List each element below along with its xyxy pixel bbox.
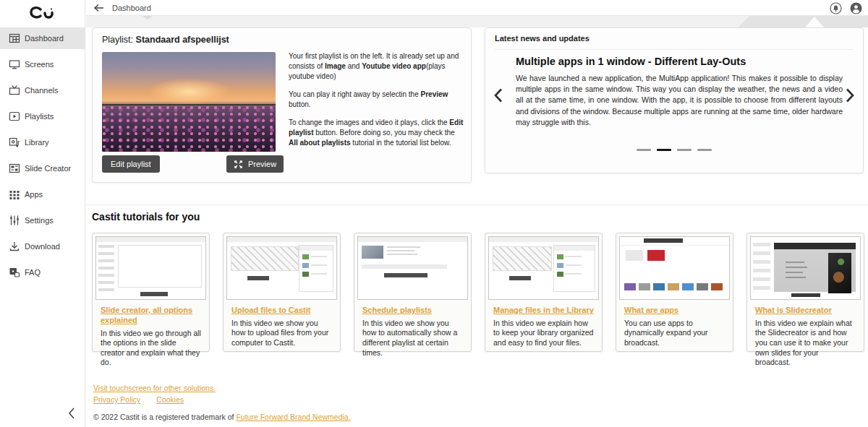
news-card: Latest news and updates Multiple apps in… xyxy=(485,27,864,173)
sidebar-item-label: Apps xyxy=(25,190,43,199)
dashboard-icon xyxy=(9,33,20,44)
sidebar-item-download[interactable]: Download xyxy=(0,236,85,257)
playlist-label: Playlist: xyxy=(102,35,136,45)
carousel-dot-1[interactable] xyxy=(637,149,651,151)
playlist-paragraph: To change the images and video it plays,… xyxy=(289,118,464,148)
playlist-card-title: Playlist: Standaard afspeellijst xyxy=(102,35,229,45)
sidebar-item-playlists[interactable]: Playlists xyxy=(0,105,85,127)
tutorial-thumbnail[interactable] xyxy=(357,236,468,300)
sidebar-item-apps[interactable]: Apps xyxy=(0,184,85,205)
tutorial-title-link[interactable]: Manage files in the Library xyxy=(493,306,594,316)
tutorial-description: You can use apps to dynamically expand y… xyxy=(624,319,725,348)
carousel-dot-2[interactable] xyxy=(657,149,671,151)
news-item-title: Multiple apps in 1 window - Different La… xyxy=(516,56,746,67)
edit-playlist-button[interactable]: Edit playlist xyxy=(102,155,160,173)
expand-icon xyxy=(234,160,243,169)
user-icon[interactable] xyxy=(850,2,862,14)
tutorial-description: In this video we show you how to automat… xyxy=(362,319,463,358)
carousel-next-button[interactable] xyxy=(844,87,856,103)
sidebar-item-label: Dashboard xyxy=(25,34,64,43)
sidebar-item-label: Settings xyxy=(25,216,54,225)
sidebar-item-channels[interactable]: Channels xyxy=(0,79,85,101)
screens-icon xyxy=(9,59,20,70)
tutorial-card: Slide creator, all options explained In … xyxy=(92,233,210,352)
playlist-paragraph: You can play it right away by selectin t… xyxy=(289,90,464,110)
tutorial-description: In this video we show you how to upload … xyxy=(231,319,332,348)
topbar-icons xyxy=(830,2,862,14)
tutorial-thumbnail[interactable] xyxy=(95,236,206,300)
sidebar-item-label: FAQ xyxy=(25,268,41,277)
sidebar-item-settings[interactable]: Settings xyxy=(0,210,85,231)
tutorial-card: Upload files to Castit In this video we … xyxy=(223,233,341,352)
news-item-body: We have launched a new application, the … xyxy=(516,73,843,128)
sidebar-item-label: Playlists xyxy=(25,112,54,121)
playlist-paragraph: Your first playlist is on the left. It i… xyxy=(289,51,464,82)
news-card-header: Latest news and updates xyxy=(495,34,854,50)
tutorial-thumbnail[interactable] xyxy=(750,236,861,300)
sidebar-item-label: Download xyxy=(25,242,60,251)
copyright-text: © 2022 Castit is a registered trademark … xyxy=(93,413,351,421)
privacy-policy-link[interactable]: Privacy Policy xyxy=(93,395,140,404)
download-icon xyxy=(9,241,20,252)
tutorials-heading: Castit tutorials for you xyxy=(92,211,200,223)
topbar: Dashboard xyxy=(86,0,868,16)
sidebar-item-library[interactable]: Library xyxy=(0,131,85,153)
sidebar-collapse-button[interactable] xyxy=(65,405,80,422)
sidebar-item-label: Library xyxy=(25,138,49,147)
topbar-notch xyxy=(142,16,153,20)
touchscreen-link[interactable]: Visit touchscreen for other solutions. xyxy=(93,384,216,392)
header-strip-accent xyxy=(738,16,868,27)
tutorial-card: What are apps You can use apps to dynami… xyxy=(616,233,733,352)
tutorial-title-link[interactable]: Upload files to Castit xyxy=(231,306,332,316)
tutorial-thumbnail[interactable] xyxy=(619,236,730,300)
section-divider xyxy=(86,204,868,205)
back-arrow-icon[interactable] xyxy=(93,3,105,13)
tutorial-description: In this video we explain what the Slidec… xyxy=(755,319,856,368)
tutorial-title-link[interactable]: What is Slidecreator xyxy=(755,306,856,316)
playlist-name: Standaard afspeellijst xyxy=(136,35,229,45)
sidebar-item-label: Screens xyxy=(25,60,54,69)
tutorial-card: Manage files in the Library In this vide… xyxy=(485,233,603,352)
tutorial-card: What is Slidecreator In this video we ex… xyxy=(746,233,864,352)
sidebar-item-label: Slide Creator xyxy=(25,164,71,173)
preview-button-label: Preview xyxy=(248,160,276,168)
tutorial-title-link[interactable]: Schedule playlists xyxy=(362,306,463,316)
apps-icon xyxy=(9,189,20,200)
tutorial-title-link[interactable]: Slide creator, all options explained xyxy=(101,306,201,326)
tutorial-title-link[interactable]: What are apps xyxy=(624,306,725,316)
carousel-dots xyxy=(637,149,712,151)
sidebar-item-slide-creator[interactable]: Slide Creator xyxy=(0,158,85,179)
tutorials-row: Slide creator, all options explained In … xyxy=(92,233,864,352)
playlist-instructions: Your first playlist is on the left. It i… xyxy=(289,51,464,156)
sidebar-item-screens[interactable]: Screens xyxy=(0,53,85,75)
sidebar: Dashboard Screens Channels xyxy=(0,0,85,427)
playlist-thumbnail-image[interactable] xyxy=(102,52,276,152)
tutorial-description: In this video we go through all the opti… xyxy=(101,329,201,368)
channels-icon xyxy=(9,85,20,96)
library-icon xyxy=(9,137,20,148)
carousel-dot-4[interactable] xyxy=(697,149,712,151)
sidebar-nav: Dashboard Screens Channels xyxy=(0,27,85,288)
footer: Visit touchscreen for other solutions. P… xyxy=(93,384,351,421)
cookies-link[interactable]: Cookies xyxy=(156,395,184,404)
chevron-left-icon xyxy=(65,405,80,422)
page-title: Dashboard xyxy=(112,4,151,12)
playlists-icon xyxy=(9,111,20,122)
bell-icon[interactable] xyxy=(830,2,842,14)
carousel-prev-button[interactable] xyxy=(493,87,504,103)
castit-logo[interactable] xyxy=(27,4,56,22)
tutorial-description: In this video we explain how to keep you… xyxy=(493,319,594,348)
playlist-card: Playlist: Standaard afspeellijst Edit pl… xyxy=(92,27,472,183)
trademark-link[interactable]: Future Forward Brand Newmedia. xyxy=(236,413,350,421)
sidebar-item-dashboard[interactable]: Dashboard xyxy=(0,27,85,49)
sidebar-item-label: Channels xyxy=(25,86,58,95)
news-callout-notch xyxy=(805,17,824,27)
slide-creator-icon xyxy=(9,163,20,174)
sidebar-item-faq[interactable]: FAQ xyxy=(0,262,85,283)
tutorial-thumbnail[interactable] xyxy=(226,236,337,300)
copyright-prefix: © 2022 Castit is a registered trademark … xyxy=(93,413,236,421)
carousel-dot-3[interactable] xyxy=(677,149,692,151)
tutorial-thumbnail[interactable] xyxy=(488,236,599,300)
settings-icon xyxy=(9,215,20,226)
preview-button[interactable]: Preview xyxy=(226,155,284,173)
